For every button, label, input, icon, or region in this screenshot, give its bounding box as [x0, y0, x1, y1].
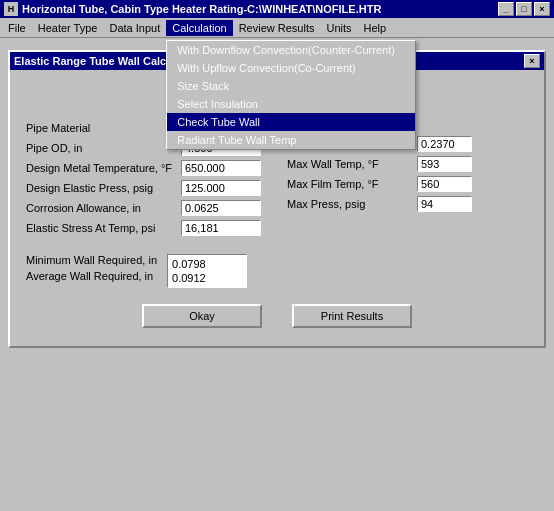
field-row-design-metal-temp: Design Metal Temperature, °F 650.000: [26, 160, 267, 176]
value-corrosion-allowance: 0.0625: [181, 200, 261, 216]
min-avg-labels: Minimum Wall Required, in Average Wall R…: [26, 254, 157, 282]
dropdown-select-insulation[interactable]: Select Insulation: [167, 95, 415, 113]
value-max-film-temp: 560: [417, 176, 472, 192]
window-title: Horizontal Tube, Cabin Type Heater Ratin…: [22, 3, 498, 15]
value-max-press: 94: [417, 196, 472, 212]
calc-row-max-wall-temp: Max Wall Temp, °F 593: [287, 156, 528, 172]
menu-calculation[interactable]: Calculation With Downflow Convection(Cou…: [166, 20, 232, 36]
label-max-press: Max Press, psig: [287, 198, 417, 210]
value-minimum-wall: 0.0798: [172, 257, 242, 271]
value-design-metal-temp: 650.000: [181, 160, 261, 176]
min-avg-section: Minimum Wall Required, in Average Wall R…: [26, 254, 528, 288]
value-elastic-stress: 16,181: [181, 220, 261, 236]
okay-button[interactable]: Okay: [142, 304, 262, 328]
minimize-button[interactable]: _: [498, 2, 514, 16]
maximize-button[interactable]: □: [516, 2, 532, 16]
label-max-film-temp: Max Film Temp, °F: [287, 178, 417, 190]
calculation-dropdown: With Downflow Convection(Counter-Current…: [166, 40, 416, 150]
dropdown-upflow[interactable]: With Upflow Convection(Co-Current): [167, 59, 415, 77]
label-elastic-stress: Elastic Stress At Temp, psi: [26, 222, 181, 234]
menu-units[interactable]: Units: [320, 20, 357, 36]
label-design-metal-temp: Design Metal Temperature, °F: [26, 162, 181, 174]
print-results-button[interactable]: Print Results: [292, 304, 412, 328]
dropdown-downflow[interactable]: With Downflow Convection(Counter-Current…: [167, 41, 415, 59]
label-pipe-material: Pipe Material: [26, 122, 181, 134]
label-average-wall: Average Wall Required, in: [26, 270, 157, 282]
app-icon: H: [4, 2, 18, 16]
calc-row-max-film-temp: Max Film Temp, °F 560: [287, 176, 528, 192]
label-design-elastic-press: Design Elastic Press, psig: [26, 182, 181, 194]
value-max-wall-temp: 593: [417, 156, 472, 172]
dropdown-size-stack[interactable]: Size Stack: [167, 77, 415, 95]
close-button[interactable]: ×: [534, 2, 550, 16]
dialog-close-button[interactable]: ×: [524, 54, 540, 68]
calc-row-max-press: Max Press, psig 94: [287, 196, 528, 212]
label-minimum-wall: Minimum Wall Required, in: [26, 254, 157, 266]
menu-heater-type[interactable]: Heater Type: [32, 20, 104, 36]
menu-review-results[interactable]: Review Results: [233, 20, 321, 36]
menu-file[interactable]: File: [2, 20, 32, 36]
value-design-elastic-press: 125.000: [181, 180, 261, 196]
title-bar: H Horizontal Tube, Cabin Type Heater Rat…: [0, 0, 554, 18]
title-bar-buttons: _ □ ×: [498, 2, 550, 16]
label-pipe-od: Pipe OD, in: [26, 142, 181, 154]
dropdown-radiant-tube-wall-temp[interactable]: Radiant Tube Wall Temp: [167, 131, 415, 149]
min-avg-values: 0.0798 0.0912: [167, 254, 247, 288]
button-row: Okay Print Results: [26, 304, 528, 328]
menu-bar: File Heater Type Data Input Calculation …: [0, 18, 554, 38]
value-average-wall: 0.0912: [172, 271, 242, 285]
menu-data-input[interactable]: Data Input: [103, 20, 166, 36]
menu-help[interactable]: Help: [358, 20, 393, 36]
field-row-corrosion-allowance: Corrosion Allowance, in 0.0625: [26, 200, 267, 216]
field-row-design-elastic-press: Design Elastic Press, psig 125.000: [26, 180, 267, 196]
label-corrosion-allowance: Corrosion Allowance, in: [26, 202, 181, 214]
label-max-wall-temp: Max Wall Temp, °F: [287, 158, 417, 170]
value-avg-wall: 0.2370: [417, 136, 472, 152]
field-row-elastic-stress: Elastic Stress At Temp, psi 16,181: [26, 220, 267, 236]
dropdown-check-tube-wall[interactable]: Check Tube Wall: [167, 113, 415, 131]
